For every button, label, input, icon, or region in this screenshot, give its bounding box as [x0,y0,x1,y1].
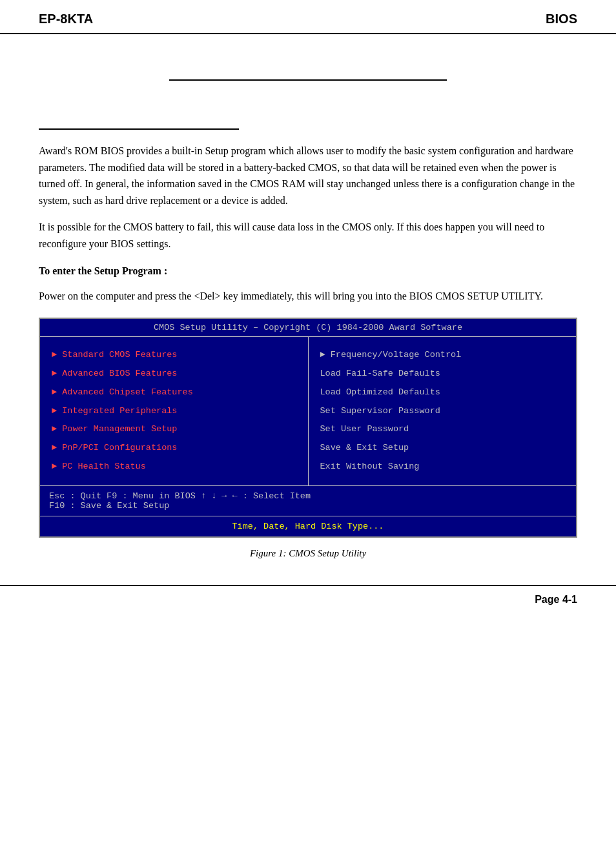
bios-left-menu-item: ► Advanced BIOS Features [52,365,302,383]
bios-left-menu-item: ► PC Health Status [52,458,302,476]
bios-left-menu-item: ► Standard CMOS Features [52,346,302,365]
intro-paragraph-2: It is possible for the CMOS battery to f… [39,219,577,252]
bios-left-menu-item: ► Integrated Peripherals [52,402,302,421]
bios-left-menu-item: ► Power Management Setup [52,420,302,439]
intro-paragraph-3: Power on the computer and press the <Del… [39,288,577,305]
bios-right-menu-item: Exit Without Saving [320,458,570,476]
section-title: BIOS [546,12,577,26]
bios-footer-line2: F10 : Save & Exit Setup [49,501,567,511]
top-divider [169,79,447,81]
page-footer: Page 4-1 [0,585,616,612]
main-content: Award's ROM BIOS provides a built-in Set… [0,34,616,585]
bios-right-menu-item: Save & Exit Setup [320,439,570,458]
bios-screenshot: CMOS Setup Utility – Copyright (C) 1984-… [39,318,577,538]
bios-right-menu-item: Set Supervisor Password [320,402,570,421]
intro-paragraph-1: Award's ROM BIOS provides a built-in Set… [39,143,577,209]
bios-right-menu-item: ► Frequency/Voltage Control [320,346,570,365]
bios-left-menu-item: ► PnP/PCI Configurations [52,439,302,458]
bios-menu-area: ► Standard CMOS Features► Advanced BIOS … [40,337,576,486]
bios-status-bar: Time, Date, Hard Disk Type... [40,516,576,536]
bios-right-menu-item: Load Optimized Defaults [320,383,570,402]
bios-footer: Esc : Quit F9 : Menu in BIOS ↑ ↓ → ← : S… [40,486,576,516]
product-name: EP-8KTA [39,12,93,26]
bios-title: CMOS Setup Utility – Copyright (C) 1984-… [40,319,576,337]
bios-right-menu: ► Frequency/Voltage Control Load Fail-Sa… [309,337,577,485]
bios-right-menu-item: Set User Password [320,420,570,439]
bios-left-menu-item: ► Advanced Chipset Features [52,383,302,402]
sub-divider [39,128,239,130]
bios-right-menu-item: Load Fail-Safe Defaults [320,365,570,383]
bios-left-menu: ► Standard CMOS Features► Advanced BIOS … [40,337,309,485]
page-number: Page 4-1 [535,594,577,606]
page-header: EP-8KTA BIOS [0,0,616,34]
bios-footer-line1: Esc : Quit F9 : Menu in BIOS ↑ ↓ → ← : S… [49,491,567,501]
setup-program-heading: To enter the Setup Program : [39,263,577,280]
figure-caption: Figure 1: CMOS Setup Utility [39,548,577,559]
